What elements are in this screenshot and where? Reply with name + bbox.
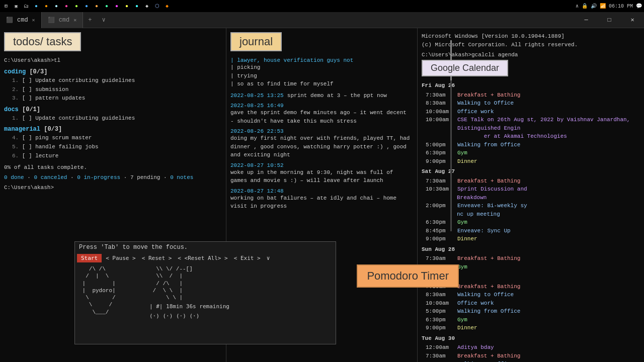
- cal-day-tue: Tue Aug 30 12:00amAditya bday 7:30amBrea…: [422, 334, 640, 363]
- taskbar-volume[interactable]: 🔊: [591, 3, 597, 9]
- pomo-chevron: ∨: [265, 254, 272, 262]
- task-icon-5: ●: [52, 2, 60, 10]
- cal-event: 9:00pmDinner: [422, 157, 640, 166]
- cal-event: 6:30pmGym: [422, 316, 640, 324]
- stats-percent: 0% of all tasks complete.: [4, 164, 222, 170]
- tab-cmd-1-icon: ⬛: [6, 17, 13, 23]
- pomo-reset-all-button[interactable]: < <Reset All> >: [176, 254, 229, 262]
- todo-managerial-4: 4. [ ] ping scrum master: [4, 134, 222, 143]
- task-icon-10: ●: [103, 2, 111, 10]
- todo-coding-2: 2. [ ] submission: [4, 85, 222, 95]
- todo-coding-3: 3. [ ] pattern updates: [4, 94, 222, 103]
- cal-event-enveave1: 2:00pmEnveave: Bi-weekly sy: [422, 202, 640, 210]
- journal-entry-0: | lawyer, house verification guys not | …: [230, 57, 413, 88]
- journal-panel-label: journal: [230, 32, 282, 51]
- pomo-exit-button[interactable]: < Exit >: [232, 254, 263, 262]
- journal-entry-3: 2022-08-26 22:53 doing my first night ov…: [230, 128, 413, 159]
- task-icon-6: ●: [62, 2, 70, 10]
- coding-header: coding [0/3]: [4, 68, 222, 75]
- todos-prompt2: C:\Users\akash>: [4, 185, 222, 191]
- journal-entry-2: 2022-08-25 16:49 gave the sprint demo fe…: [230, 103, 413, 125]
- cal-event: 8:30amWalking to Office: [422, 99, 640, 108]
- todo-managerial-6: 6. [ ] lecture: [4, 152, 222, 161]
- cal-system-info: Microsoft Windows [Version 10.0.19044.18…: [422, 32, 640, 49]
- pomo-timer: | #| 18min 36s remaining: [149, 303, 332, 310]
- journal-entry-4: 2022-08-27 10:52 woke up in the morning …: [230, 162, 413, 185]
- cal-event: 5:00pmWalking from Office: [422, 141, 640, 149]
- cal-events: Fri Aug 26 7:30amBreakfast + Bathing 8:3…: [422, 81, 640, 362]
- cal-event-breakdown: Breakdown: [422, 194, 640, 202]
- task-icon-3: ●: [32, 2, 40, 10]
- task-icon-16: ◆: [163, 2, 171, 10]
- todos-section-docs: docs [0/1] 1. [ ] Update contributing gu…: [4, 103, 222, 123]
- docs-header: docs [0/1]: [4, 106, 222, 113]
- close-button[interactable]: ✕: [621, 12, 644, 28]
- cal-event: 7:30amBreakfast + Bathing: [422, 352, 640, 360]
- minimize-button[interactable]: ─: [575, 12, 598, 28]
- pomo-label: Pomodoro Timer: [357, 264, 459, 288]
- pomo-hint: Press 'Tab' to move the focus.: [75, 242, 336, 253]
- task-icon-4: ●: [42, 2, 50, 10]
- cal-event: 6:30pmGym: [422, 149, 640, 157]
- cal-event-sprint: 10:30amSprint Discussion and: [422, 185, 640, 194]
- cal-event-cse: 10:00amCSE Talk on 26th Aug st, 2022 by …: [422, 116, 640, 141]
- titlebar: ⬛ cmd ✕ ⬛ cmd ✕ + ∨ ─ □ ✕: [0, 12, 644, 28]
- task-icon-15: ⬡: [153, 2, 161, 10]
- start-icon[interactable]: ⊞: [2, 2, 10, 10]
- pomo-feet: (·) (·) (·) (·): [149, 313, 332, 320]
- tab-add-button[interactable]: +: [83, 17, 97, 24]
- task-icon-13: ●: [133, 2, 141, 10]
- cal-event-bday: 12:00amAditya bday: [422, 343, 640, 352]
- cal-event: 6:30pmGym: [422, 218, 640, 227]
- task-icon-1: ▣: [12, 2, 20, 10]
- maximize-button[interactable]: □: [598, 12, 621, 28]
- stats-line: 0 done · 0 canceled · 0 in-progress · 7 …: [4, 174, 222, 180]
- taskbar-chevron[interactable]: ∧: [576, 3, 579, 9]
- tab-cmd-2-label: cmd: [59, 17, 70, 24]
- tab-cmd-1[interactable]: ⬛ cmd ✕: [0, 12, 42, 28]
- pomo-reset-button[interactable]: < Reset >: [140, 254, 174, 262]
- task-icon-12: ●: [123, 2, 131, 10]
- todo-coding-1: 1. [ ] Update contributing guidelines: [4, 76, 222, 85]
- todo-docs-1: 1. [ ] Update contributing guidelines: [4, 114, 222, 123]
- taskbar-left: ⊞ ▣ 🗂 ● ● ● ● ● ● ● ● ● ● ● ◈ ⬡ ◆: [2, 2, 171, 10]
- pomo-work-art: \\ \/ /--[] \\ / | / /\ | / \ \ | \ \ | …: [149, 265, 332, 320]
- task-icon-7: ●: [72, 2, 80, 10]
- cal-event: 7:30amBreakfast + Bathing: [422, 91, 640, 100]
- tab-cmd-2[interactable]: ⬛ cmd ✕: [42, 12, 84, 28]
- taskbar-network: 🔒: [582, 3, 588, 9]
- task-icon-2: 🗂: [22, 2, 30, 10]
- cal-event: 8:30amWalking to Office: [422, 360, 640, 362]
- task-icon-9: ●: [93, 2, 101, 10]
- taskbar: ⊞ ▣ 🗂 ● ● ● ● ● ● ● ● ● ● ● ◈ ⬡ ◆ ∧ 🔒 🔊 …: [0, 0, 644, 12]
- tab-cmd-1-close[interactable]: ✕: [32, 17, 35, 23]
- cal-event: 10:00amOffice work: [422, 108, 640, 116]
- tab-cmd-1-label: cmd: [17, 17, 28, 24]
- cal-event: 7:30amBreakfast + Bathing: [422, 254, 640, 263]
- tab-cmd-2-close[interactable]: ✕: [73, 17, 76, 23]
- cal-event: 10:00amOffice work: [422, 299, 640, 308]
- window-controls: ─ □ ✕: [575, 12, 644, 28]
- tab-arrow[interactable]: ∨: [97, 16, 110, 24]
- taskbar-time: 06:10 PM: [609, 4, 633, 9]
- cal-event-enveave2: 8:45pmEnveave: Sync Up: [422, 227, 640, 235]
- pomo-start-button[interactable]: Start: [77, 254, 102, 262]
- cal-event: 9:00pmDinner: [422, 235, 640, 243]
- cal-day-fri: Fri Aug 26 7:30amBreakfast + Bathing 8:3…: [422, 81, 640, 165]
- task-icon-8: ●: [83, 2, 91, 10]
- taskbar-wifi: 📶: [600, 3, 606, 9]
- managerial-header: managerial [0/3]: [4, 126, 222, 133]
- pomo-pause-button[interactable]: < Pause >: [104, 254, 138, 262]
- todo-managerial-5: 5. [ ] handle failing jobs: [4, 143, 222, 152]
- cal-day-sat: Sat Aug 27 7:30amBreakfast + Bathing 10:…: [422, 167, 640, 243]
- taskbar-right: ∧ 🔒 🔊 📶 06:10 PM 💬: [576, 3, 642, 9]
- task-icon-14: ◈: [143, 2, 151, 10]
- cal-prompt: C:\Users\akash>gcalcli agenda: [422, 52, 640, 58]
- todos-prompt: C:\Users\akash>tl: [4, 57, 222, 63]
- gcal-panel-label: Google Calendar: [422, 60, 508, 76]
- taskbar-notification[interactable]: 💬: [636, 3, 642, 9]
- tab-cmd-2-icon: ⬛: [48, 17, 55, 23]
- journal-entry-1: 2022-08-25 13:25 sprint demo at 3 – the …: [230, 92, 413, 100]
- pomo-controls: Start < Pause > < Reset > < <Reset All> …: [75, 253, 336, 263]
- todos-section-managerial: managerial [0/3] 4. [ ] ping scrum maste…: [4, 123, 222, 160]
